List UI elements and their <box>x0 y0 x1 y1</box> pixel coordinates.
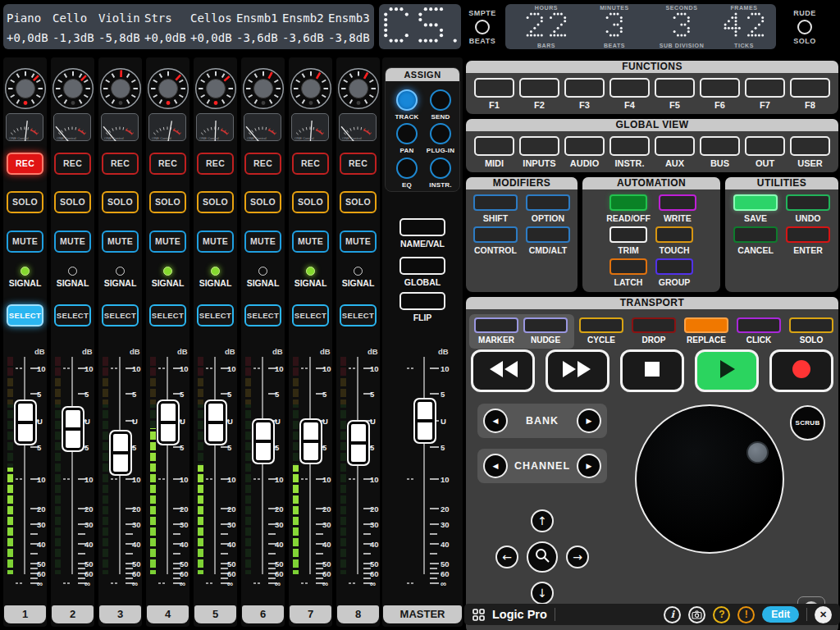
global-view-button-audio[interactable] <box>564 136 605 156</box>
automation-button-touch[interactable] <box>655 226 693 243</box>
select-button[interactable]: SELECT <box>244 304 281 326</box>
master-flip-button[interactable] <box>399 292 445 310</box>
automation-button-write[interactable] <box>659 194 696 211</box>
fader-cap[interactable] <box>62 406 84 452</box>
modifier-button-shift[interactable] <box>473 194 518 211</box>
mute-button[interactable]: MUTE <box>54 231 91 253</box>
help-icon[interactable]: ? <box>713 606 730 623</box>
cycle-button[interactable] <box>579 317 623 333</box>
alert-icon[interactable]: ! <box>737 606 755 623</box>
rec-button[interactable]: REC <box>197 153 234 175</box>
zoom-button[interactable] <box>527 541 558 573</box>
global-view-button-out[interactable] <box>745 136 785 156</box>
solo-button[interactable]: SOLO <box>149 191 186 213</box>
solo-button[interactable]: SOLO <box>244 191 281 213</box>
select-button[interactable]: SELECT <box>340 304 377 326</box>
edit-button[interactable]: Edit <box>762 606 799 623</box>
bank-left-button[interactable]: ◀ <box>483 409 508 433</box>
fast-forward-button[interactable] <box>546 349 609 392</box>
channel-tab[interactable]: 2 <box>52 605 94 623</box>
automation-button-latch[interactable] <box>609 258 647 275</box>
utility-button-enter[interactable] <box>786 226 830 243</box>
channel-tab[interactable]: 7 <box>290 605 331 623</box>
pan-knob[interactable] <box>3 67 47 111</box>
function-button-f2[interactable] <box>519 78 559 98</box>
marker-button[interactable] <box>474 317 518 333</box>
solo-button[interactable]: SOLO <box>197 191 234 213</box>
rec-button[interactable]: REC <box>149 153 186 175</box>
fader-cap[interactable] <box>299 418 322 464</box>
fader-cap[interactable] <box>347 420 370 466</box>
fader-cap[interactable] <box>157 399 180 445</box>
function-button-f7[interactable] <box>745 78 785 98</box>
drop-button[interactable] <box>632 317 676 333</box>
channel-tab[interactable]: 3 <box>99 605 141 623</box>
scrub-button[interactable]: SCRUB <box>790 405 825 441</box>
left-arrow-button[interactable]: ← <box>495 546 518 568</box>
record-button[interactable] <box>769 349 833 392</box>
mute-button[interactable]: MUTE <box>292 231 329 253</box>
solo-button[interactable] <box>789 317 833 333</box>
rec-button[interactable]: REC <box>340 153 377 175</box>
modifier-button-control[interactable] <box>473 226 518 243</box>
function-button-f6[interactable] <box>700 78 740 98</box>
click-button[interactable] <box>737 317 781 333</box>
pan-knob[interactable] <box>241 67 285 111</box>
down-arrow-button[interactable]: ↓ <box>531 582 554 605</box>
pan-knob[interactable] <box>336 67 380 111</box>
function-button-f4[interactable] <box>609 78 650 98</box>
global-view-button-instr[interactable] <box>609 136 650 156</box>
utility-button-cancel[interactable] <box>733 226 778 243</box>
master-nameval-button[interactable] <box>399 218 445 236</box>
assign-plugin-button[interactable] <box>430 123 451 144</box>
solo-button[interactable]: SOLO <box>292 191 329 213</box>
mute-button[interactable]: MUTE <box>102 231 139 253</box>
camera-icon[interactable] <box>688 606 705 623</box>
channel-tab[interactable]: 4 <box>147 605 189 623</box>
assign-pan-button[interactable] <box>396 123 418 144</box>
fader-cap[interactable] <box>204 399 227 445</box>
automation-button-trim[interactable] <box>609 226 647 243</box>
channel-left-button[interactable]: ◀ <box>483 454 508 478</box>
mute-button[interactable]: MUTE <box>244 231 281 253</box>
mute-button[interactable]: MUTE <box>149 231 186 253</box>
channel-right-button[interactable]: ▶ <box>577 454 601 478</box>
pan-knob[interactable] <box>98 67 142 111</box>
select-button[interactable]: SELECT <box>102 304 139 326</box>
rewind-button[interactable] <box>471 349 535 392</box>
channel-tab[interactable]: 6 <box>242 605 284 623</box>
channel-tab[interactable]: 1 <box>4 605 46 623</box>
fader-cap[interactable] <box>14 399 37 445</box>
mute-button[interactable]: MUTE <box>340 231 377 253</box>
rec-button[interactable]: REC <box>54 153 91 175</box>
nudge-button[interactable] <box>523 317 568 333</box>
assign-send-button[interactable] <box>430 89 451 111</box>
channel-tab[interactable]: 5 <box>194 605 236 623</box>
rec-button[interactable]: REC <box>102 153 139 175</box>
function-button-f8[interactable] <box>790 78 830 98</box>
solo-button[interactable]: SOLO <box>54 191 91 213</box>
global-view-button-inputs[interactable] <box>519 136 559 156</box>
mute-button[interactable]: MUTE <box>7 231 43 253</box>
global-view-button-bus[interactable] <box>700 136 740 156</box>
rec-button[interactable]: REC <box>7 153 43 175</box>
master-tab[interactable]: MASTER <box>383 605 462 623</box>
modifier-button-cmdalt[interactable] <box>526 226 570 243</box>
rec-button[interactable]: REC <box>292 153 329 175</box>
solo-button[interactable]: SOLO <box>7 191 43 213</box>
replace-button[interactable] <box>684 317 728 333</box>
pan-knob[interactable] <box>194 67 237 111</box>
global-view-button-aux[interactable] <box>655 136 695 156</box>
function-button-f3[interactable] <box>564 78 605 98</box>
bank-right-button[interactable]: ▶ <box>577 409 601 433</box>
fader-cap[interactable] <box>413 398 436 444</box>
function-button-f1[interactable] <box>474 78 514 98</box>
modifier-button-option[interactable] <box>526 194 570 211</box>
right-arrow-button[interactable]: → <box>566 546 589 568</box>
select-button[interactable]: SELECT <box>7 304 43 326</box>
select-button[interactable]: SELECT <box>197 304 234 326</box>
app-grid-icon[interactable] <box>472 609 485 621</box>
select-button[interactable]: SELECT <box>54 304 91 326</box>
channel-tab[interactable]: 8 <box>337 605 379 623</box>
utility-button-undo[interactable] <box>786 194 830 211</box>
